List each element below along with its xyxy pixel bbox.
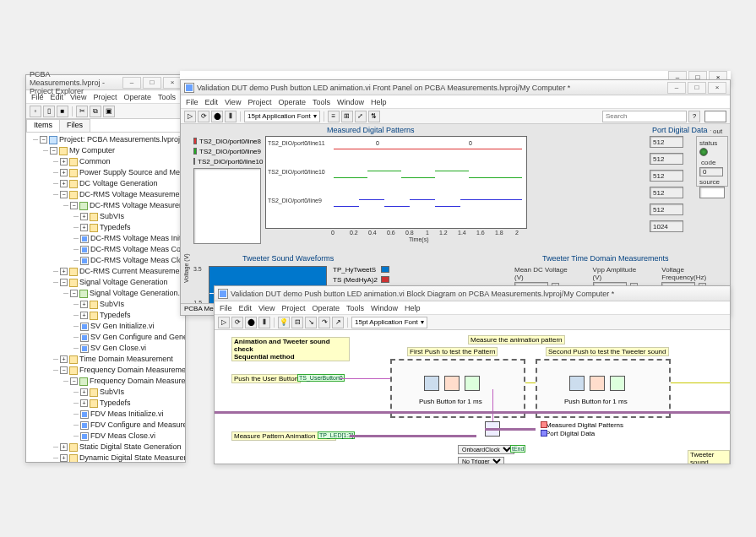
- tree-item[interactable]: SubVIs: [100, 388, 124, 396]
- indicator-terminal[interactable]: [541, 421, 547, 428]
- tree-item[interactable]: DC-RMS Voltage Meas Initialize.vi: [90, 234, 185, 242]
- maximize-button[interactable]: □: [143, 77, 161, 89]
- menu-edit[interactable]: Edit: [51, 93, 64, 101]
- tree-item[interactable]: Time Domain Measurement: [79, 355, 173, 363]
- menu-project[interactable]: Project: [281, 304, 305, 312]
- help-icon[interactable]: ?: [688, 111, 700, 122]
- digital-scroll[interactable]: [193, 168, 261, 244]
- tree-item[interactable]: Frequency Domain Measurement: [79, 366, 185, 374]
- twisty-icon[interactable]: +: [60, 443, 68, 451]
- run-button[interactable]: ▷: [218, 317, 230, 328]
- tab-items[interactable]: Items: [26, 119, 60, 132]
- twisty-icon[interactable]: −: [60, 191, 68, 198]
- twisty-icon[interactable]: +: [60, 169, 68, 176]
- menu-file[interactable]: File: [31, 93, 44, 101]
- reorder-icon[interactable]: ⇅: [368, 111, 380, 122]
- distribute-icon[interactable]: ⊞: [341, 111, 353, 122]
- menu-help[interactable]: Help: [371, 98, 387, 106]
- twisty-icon[interactable]: −: [70, 377, 78, 385]
- tree-item[interactable]: SV Gen Configure and Generate.vi: [90, 333, 185, 341]
- tree-item[interactable]: SubVIs: [100, 300, 124, 308]
- menu-view[interactable]: View: [70, 93, 86, 101]
- search-input[interactable]: [602, 111, 687, 122]
- menu-window[interactable]: Window: [371, 304, 398, 312]
- menu-tools[interactable]: Tools: [158, 93, 176, 101]
- pause-button[interactable]: Ⅱ: [258, 317, 270, 328]
- new-icon[interactable]: ▫: [30, 106, 41, 117]
- tree-item[interactable]: SubVIs: [100, 212, 124, 220]
- twisty-icon[interactable]: +: [80, 399, 88, 407]
- tree-item[interactable]: FDV Configure and Measure.vi: [90, 420, 185, 429]
- tree-item[interactable]: DC-RMS Voltage Measurement.lvlib: [90, 201, 185, 209]
- bd-ring-onboard[interactable]: OnboardClock: [458, 445, 514, 454]
- twisty-icon[interactable]: +: [60, 454, 68, 462]
- minimize-button[interactable]: –: [122, 77, 141, 89]
- menu-edit[interactable]: Edit: [205, 98, 219, 106]
- twisty-icon[interactable]: +: [80, 312, 88, 319]
- tree-item[interactable]: SV Gen Initialize.vi: [90, 322, 155, 330]
- tree-item[interactable]: Frequency Domain Measurement.lvlib: [90, 377, 185, 385]
- menu-operate[interactable]: Operate: [278, 98, 306, 106]
- tree-item[interactable]: DC Voltage Generation: [79, 179, 158, 187]
- close-button[interactable]: ×: [708, 82, 726, 94]
- tree-item[interactable]: DC-RMS Current Measurement: [79, 267, 185, 275]
- twisty-icon[interactable]: −: [40, 136, 47, 144]
- step-out-icon[interactable]: ↗: [332, 317, 344, 328]
- run-continuous-button[interactable]: ⟳: [198, 111, 209, 122]
- project-tree[interactable]: −Project: PCBA Measurements.lvproj −My C…: [26, 133, 185, 462]
- twisty-icon[interactable]: +: [80, 388, 88, 396]
- align-icon[interactable]: ≡: [328, 111, 340, 122]
- menu-tools[interactable]: Tools: [346, 304, 364, 312]
- project-explorer-titlebar[interactable]: PCBA Measurements.lvproj - Project Explo…: [26, 75, 185, 90]
- tree-item[interactable]: My Computer: [69, 146, 115, 155]
- abort-button[interactable]: ⬤: [211, 111, 223, 122]
- tree-item[interactable]: Typedefs: [100, 223, 131, 231]
- menu-operate[interactable]: Operate: [123, 93, 151, 101]
- bd-ring-notrigger[interactable]: No Trigger: [458, 457, 504, 464]
- twisty-icon[interactable]: +: [80, 301, 88, 308]
- twisty-icon[interactable]: +: [60, 355, 68, 363]
- sequence-frame-1[interactable]: Push Button for 1 ms: [390, 359, 525, 418]
- tree-root[interactable]: Project: PCBA Measurements.lvproj: [59, 135, 180, 144]
- tree-item[interactable]: Power Supply Source and Measure: [79, 168, 185, 176]
- retain-wire-icon[interactable]: ⊟: [291, 317, 303, 328]
- copy-icon[interactable]: ⧉: [90, 106, 101, 117]
- twisty-icon[interactable]: −: [70, 202, 78, 209]
- menu-project[interactable]: Project: [247, 98, 271, 106]
- tree-item[interactable]: Typedefs: [100, 311, 131, 319]
- minimize-button[interactable]: –: [667, 82, 686, 94]
- twisty-icon[interactable]: +: [80, 224, 88, 231]
- subvi-node[interactable]: [590, 376, 605, 391]
- tree-item[interactable]: Static Digital State Generation: [79, 442, 182, 451]
- menu-help[interactable]: Help: [405, 304, 421, 312]
- twisty-icon[interactable]: −: [70, 290, 78, 297]
- twisty-icon[interactable]: −: [60, 279, 68, 286]
- sequence-frame-2[interactable]: Push Button for 1 ms: [536, 359, 671, 418]
- front-panel-titlebar[interactable]: Validation DUT demo Push button LED anim…: [181, 80, 730, 95]
- subvi-node[interactable]: [465, 376, 480, 391]
- highlight-exec-icon[interactable]: 💡: [278, 317, 290, 328]
- tree-item[interactable]: SV Gen Close.vi: [90, 344, 146, 352]
- menu-project[interactable]: Project: [93, 93, 117, 101]
- step-into-icon[interactable]: ↘: [305, 317, 317, 328]
- maximize-button[interactable]: □: [688, 82, 706, 94]
- font-selector[interactable]: 15pt Application Font▾: [244, 111, 320, 122]
- vi-icon-pane[interactable]: [704, 111, 726, 122]
- run-continuous-button[interactable]: ⟳: [231, 317, 243, 328]
- subvi-node[interactable]: [444, 376, 460, 391]
- twisty-icon[interactable]: +: [80, 213, 88, 220]
- digital-waveform-graph[interactable]: TS2_DIO/port0/line11 TS2_DIO/port0/line1…: [265, 136, 527, 229]
- font-selector[interactable]: 15pt Application Font▾: [351, 317, 427, 328]
- tree-item[interactable]: DC-RMS Voltage Meas Configure and Measur…: [90, 245, 185, 253]
- menu-view[interactable]: View: [258, 304, 275, 312]
- menu-operate[interactable]: Operate: [312, 304, 340, 312]
- tree-item[interactable]: Signal Voltage Generation: [79, 278, 168, 286]
- menu-file[interactable]: File: [220, 304, 232, 312]
- twisty-icon[interactable]: +: [60, 158, 68, 165]
- open-icon[interactable]: ▯: [43, 106, 55, 117]
- menu-file[interactable]: File: [186, 98, 199, 106]
- tree-item[interactable]: FDV Meas Close.vi: [90, 431, 155, 440]
- subvi-node[interactable]: [424, 376, 439, 391]
- close-button[interactable]: ×: [163, 77, 182, 89]
- subvi-node[interactable]: [610, 376, 625, 391]
